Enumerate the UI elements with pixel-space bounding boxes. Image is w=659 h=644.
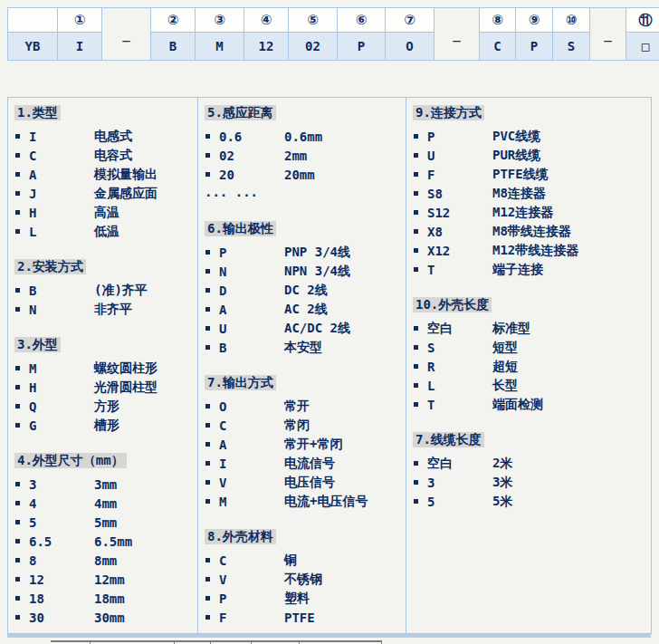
item-code: 3 <box>29 477 94 492</box>
legend-item: 2020mm <box>205 165 406 184</box>
item-description: 4mm <box>94 496 117 511</box>
legend-item: NNPN 3/4线 <box>205 262 406 281</box>
bullet-icon <box>15 423 20 428</box>
bullet-icon <box>414 499 418 504</box>
legend-item: J金属感应面 <box>14 184 197 203</box>
bullet-icon <box>15 385 20 389</box>
bullet-icon <box>205 461 210 466</box>
item-code: S8 <box>427 187 492 201</box>
bullet-icon <box>205 499 210 504</box>
item-description: 高温 <box>94 205 119 221</box>
item-description: 非齐平 <box>94 302 132 318</box>
bullet-icon <box>414 326 418 331</box>
item-description: 常开 <box>284 399 310 415</box>
item-description: M8连接器 <box>492 186 546 202</box>
legend-item: I电流信号 <box>205 454 406 473</box>
bullet-icon <box>205 577 210 582</box>
item-code: V <box>219 476 284 490</box>
legend-item: G槽形 <box>14 416 197 435</box>
item-code: 6.5 <box>29 534 94 549</box>
bullet-icon <box>414 364 418 369</box>
legend-item: V电压信号 <box>205 473 406 492</box>
item-description: 8mm <box>94 553 117 568</box>
section: 8.外壳材料C铜V不锈钢P塑料FPTFE <box>205 527 406 627</box>
legend-item: 空白2米 <box>413 454 651 473</box>
legend-item: C铜 <box>205 551 406 570</box>
bullet-icon <box>414 153 418 158</box>
item-description: 电流信号 <box>284 456 335 472</box>
legend-item: 1818mm <box>14 589 197 608</box>
item-code: M <box>219 495 284 509</box>
bullet-icon <box>205 269 210 274</box>
item-description: 2mm <box>284 149 307 163</box>
item-code: H <box>29 206 94 220</box>
bullet-icon <box>205 558 210 562</box>
section: 1.类型I电感式C电容式A模拟量输出J金属感应面H高温L低温 <box>14 103 197 241</box>
item-description: AC/DC 2线 <box>284 321 350 337</box>
code-value-cell: M <box>196 33 244 61</box>
item-description: PUR线缆 <box>492 148 540 164</box>
code-position-label: ⑦ <box>386 8 435 33</box>
section-title: 3.外型 <box>14 337 61 352</box>
legend-item: B本安型 <box>205 338 406 357</box>
item-description: 长型 <box>492 378 518 394</box>
bullet-icon <box>15 229 20 234</box>
section: 9.连接方式PPVC线缆UPUR线缆FPTFE线缆S8M8连接器S12M12连接… <box>413 103 651 279</box>
bullet-icon <box>205 615 210 620</box>
section-title: 2.安装方式 <box>14 259 86 274</box>
code-value-cell: P <box>338 33 386 61</box>
item-description: AC 2线 <box>284 302 328 318</box>
item-description: 20mm <box>284 168 315 182</box>
item-code: I <box>29 130 94 144</box>
item-code: C <box>219 418 284 433</box>
item-code: 空白 <box>427 456 492 472</box>
legend-item: 0.60.6mm <box>205 127 406 146</box>
bullet-icon <box>15 153 20 158</box>
bullet-icon <box>205 172 210 177</box>
item-code: O <box>219 399 284 414</box>
legend-item: DDC 2线 <box>205 281 406 300</box>
legend-item: I电感式 <box>14 127 197 146</box>
legend-item: FPTFE <box>205 608 406 627</box>
bottom-divider-bar <box>7 634 651 638</box>
bullet-icon <box>205 345 210 350</box>
item-description: 常闭 <box>284 418 310 434</box>
ellipsis-row: ... ... <box>205 184 406 203</box>
bullet-icon <box>205 134 210 139</box>
legend-item: 3030mm <box>14 608 197 627</box>
item-code: C <box>29 149 94 163</box>
section: 5.感应距离0.60.6mm022mm2020mm... ... <box>205 103 406 203</box>
code-value-cell: I <box>58 33 102 61</box>
item-description: 光滑圆柱型 <box>94 380 158 396</box>
item-code: G <box>29 418 94 433</box>
item-description: 5mm <box>94 515 117 530</box>
bullet-icon <box>15 596 20 601</box>
bullet-icon <box>15 191 20 196</box>
item-code: X8 <box>427 225 492 239</box>
section-title: 7.线缆长度 <box>413 432 484 447</box>
bullet-icon <box>205 404 210 409</box>
legend-column-1: 1.类型I电感式C电容式A模拟量输出J金属感应面H高温L低温2.安装方式B(准)… <box>7 97 198 634</box>
bullet-icon <box>205 326 210 331</box>
item-code: F <box>219 610 284 625</box>
code-position-label: ⑤ <box>289 8 338 33</box>
item-code: 空白 <box>427 321 492 337</box>
legend-item: R超短 <box>413 357 651 376</box>
item-description: 不锈钢 <box>284 572 322 588</box>
legend-item: T端子连接 <box>413 260 651 279</box>
bullet-icon <box>15 520 20 524</box>
legend-item: 022mm <box>205 146 406 165</box>
item-description: PNP 3/4线 <box>284 245 350 261</box>
bullet-icon <box>15 172 20 177</box>
legend-item: L低温 <box>14 222 197 241</box>
legend-item: P塑料 <box>205 589 406 608</box>
section: 6.输出极性PPNP 3/4线NNPN 3/4线DDC 2线AAC 2线UAC/… <box>205 219 406 357</box>
legend-columns: 1.类型I电感式C电容式A模拟量输出J金属感应面H高温L低温2.安装方式B(准)… <box>7 97 652 634</box>
item-description: 电感式 <box>94 129 132 145</box>
legend-column-2: 5.感应距离0.60.6mm022mm2020mm... ...6.输出极性PP… <box>197 97 406 634</box>
legend-item: UPUR线缆 <box>413 146 651 165</box>
section-title: 8.外壳材料 <box>205 529 276 544</box>
item-code: 3 <box>427 476 492 490</box>
item-description: 模拟量输出 <box>94 167 158 183</box>
bullet-icon <box>414 229 418 234</box>
